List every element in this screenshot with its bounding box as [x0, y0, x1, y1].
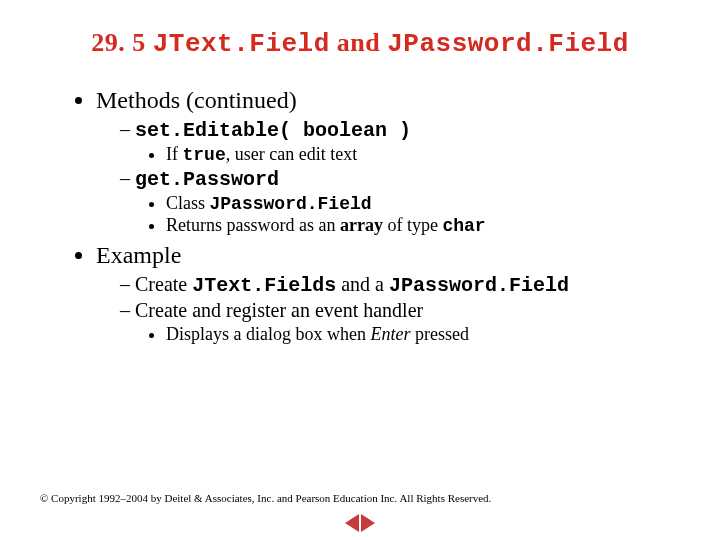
title-code-2: JPassword.Field — [387, 29, 629, 59]
txt: Create and register an event handler — [135, 299, 423, 321]
array-word: array — [340, 215, 383, 235]
txt: , user can edit text — [226, 144, 357, 164]
title-and: and — [337, 28, 380, 57]
prev-arrow-icon[interactable] — [345, 514, 359, 532]
txt: If — [166, 144, 183, 164]
getpassword-class: Class JPassword.Field — [166, 193, 680, 214]
sub-getpassword: get.Password Class JPassword.Field Retur… — [120, 167, 680, 236]
bullet-methods: Methods (continued) set.Editable( boolea… — [96, 87, 680, 236]
txt: Create — [135, 273, 192, 295]
title-code-1: JText.Field — [153, 29, 330, 59]
getpassword-code: get.Password — [135, 168, 279, 191]
txt: of type — [383, 215, 442, 235]
txt: Displays a dialog box when — [166, 324, 370, 344]
bullet-example: Example Create JText.Fields and a JPassw… — [96, 242, 680, 345]
enter-word: Enter — [370, 324, 410, 344]
char-code: char — [442, 216, 485, 236]
jpasswordfield-code-2: JPassword.Field — [389, 274, 569, 297]
sub-register-handler: Create and register an event handler Dis… — [120, 299, 680, 345]
slide: 29. 5 JText.Field and JPassword.Field Me… — [0, 0, 720, 345]
seteditable-code: set.Editable( boolean ) — [135, 119, 411, 142]
jpasswordfield-code: JPassword.Field — [210, 194, 372, 214]
sub-dialog: Displays a dialog box when Enter pressed — [166, 324, 680, 345]
txt: Returns password as an — [166, 215, 340, 235]
getpassword-returns: Returns password as an array of type cha… — [166, 215, 680, 236]
bullet-list: Methods (continued) set.Editable( boolea… — [40, 87, 680, 345]
slide-title: 29. 5 JText.Field and JPassword.Field — [40, 28, 680, 59]
title-number: 29. 5 — [91, 28, 146, 57]
methods-label: Methods (continued) — [96, 87, 297, 113]
txt: and a — [336, 273, 389, 295]
txt: pressed — [410, 324, 468, 344]
nav-arrows — [345, 514, 375, 532]
copyright-footer: © Copyright 1992–2004 by Deitel & Associ… — [40, 492, 491, 504]
txt: Class — [166, 193, 210, 213]
jtextfields-code: JText.Fields — [192, 274, 336, 297]
example-label: Example — [96, 242, 181, 268]
sub-seteditable: set.Editable( boolean ) If true, user ca… — [120, 118, 680, 165]
next-arrow-icon[interactable] — [361, 514, 375, 532]
seteditable-note: If true, user can edit text — [166, 144, 680, 165]
sub-create-fields: Create JText.Fields and a JPassword.Fiel… — [120, 273, 680, 297]
true-code: true — [183, 145, 226, 165]
